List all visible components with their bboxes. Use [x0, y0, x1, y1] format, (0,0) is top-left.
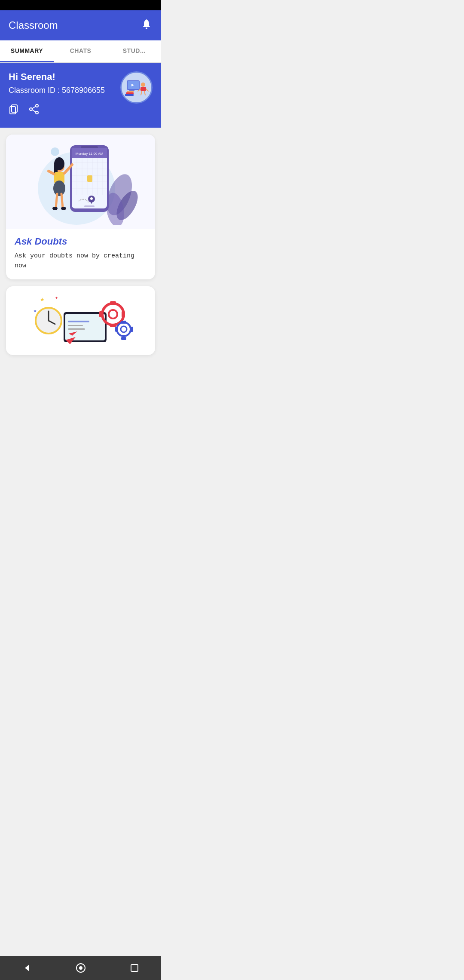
svg-point-23: [51, 147, 59, 156]
svg-rect-14: [140, 87, 146, 91]
svg-rect-67: [65, 314, 105, 340]
second-card[interactable]: ★ ★ ★: [6, 286, 155, 355]
svg-point-73: [109, 310, 117, 318]
svg-rect-19: [125, 94, 134, 96]
ask-doubts-card[interactable]: Monday 11.00 AM: [6, 135, 155, 279]
svg-point-55: [53, 181, 65, 196]
ask-doubts-desc: Ask your doubts now by creating now: [15, 251, 147, 271]
svg-rect-1: [12, 105, 17, 112]
greeting: Hi Serena!: [9, 71, 105, 83]
svg-rect-70: [68, 328, 85, 330]
svg-rect-83: [130, 327, 133, 332]
copy-icon[interactable]: [9, 104, 20, 117]
svg-point-3: [36, 104, 38, 107]
svg-point-58: [52, 207, 58, 210]
svg-rect-75: [110, 324, 116, 327]
svg-rect-30: [81, 146, 98, 148]
svg-rect-2: [10, 107, 15, 114]
ask-doubts-illustration: Monday 11.00 AM: [6, 135, 155, 229]
svg-text:★: ★: [55, 296, 58, 300]
svg-rect-81: [121, 337, 126, 340]
ask-doubts-body: Ask Doubts Ask your doubts now by creati…: [6, 229, 155, 279]
svg-text:★: ★: [40, 297, 45, 303]
svg-text:★: ★: [34, 309, 37, 313]
tab-chats[interactable]: CHATS: [54, 40, 107, 62]
bell-icon[interactable]: [140, 18, 153, 33]
svg-point-5: [36, 111, 38, 114]
svg-line-57: [61, 194, 63, 208]
info-section: Hi Serena! Classroom ID : 5678906655: [0, 63, 161, 128]
avatar: [120, 71, 153, 104]
svg-point-13: [141, 83, 145, 87]
header-title: Classroom: [9, 19, 58, 31]
svg-text:Monday 11.00 AM: Monday 11.00 AM: [75, 152, 103, 156]
svg-point-78: [117, 322, 131, 336]
svg-rect-74: [110, 301, 116, 305]
svg-point-59: [61, 207, 66, 210]
tabs-bar: SUMMARY CHATS STUD...: [0, 40, 161, 63]
share-icon[interactable]: [28, 104, 40, 117]
svg-rect-20: [126, 92, 134, 94]
status-bar: [0, 0, 161, 10]
svg-point-79: [121, 326, 127, 332]
tab-students[interactable]: STUD...: [107, 40, 161, 62]
svg-point-4: [30, 108, 32, 110]
svg-point-0: [146, 28, 147, 29]
svg-line-56: [56, 194, 57, 208]
ask-doubts-title: Ask Doubts: [15, 236, 147, 247]
main-content: Monday 11.00 AM: [0, 128, 161, 362]
svg-rect-82: [115, 327, 118, 332]
svg-rect-76: [99, 311, 103, 317]
info-text: Hi Serena! Classroom ID : 5678906655: [9, 71, 105, 117]
svg-rect-69: [68, 325, 83, 326]
tab-summary[interactable]: SUMMARY: [0, 40, 54, 62]
svg-rect-44: [87, 175, 92, 182]
svg-rect-80: [121, 321, 126, 324]
header: Classroom: [0, 10, 161, 40]
svg-rect-68: [68, 321, 89, 322]
svg-rect-48: [84, 205, 95, 207]
svg-rect-77: [122, 311, 125, 317]
info-actions: [9, 104, 105, 117]
svg-line-7: [32, 110, 36, 112]
svg-point-47: [90, 197, 93, 200]
svg-line-6: [32, 107, 36, 109]
classroom-id: Classroom ID : 5678906655: [9, 86, 105, 95]
svg-rect-21: [127, 91, 134, 92]
